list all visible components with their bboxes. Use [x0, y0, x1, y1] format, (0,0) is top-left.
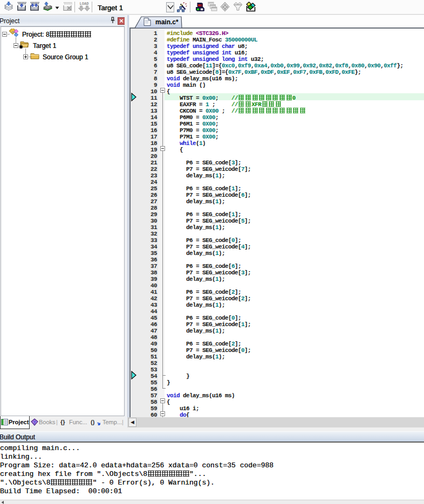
svg-text:LOAD: LOAD: [80, 2, 89, 6]
svg-text:?: ?: [33, 420, 36, 425]
